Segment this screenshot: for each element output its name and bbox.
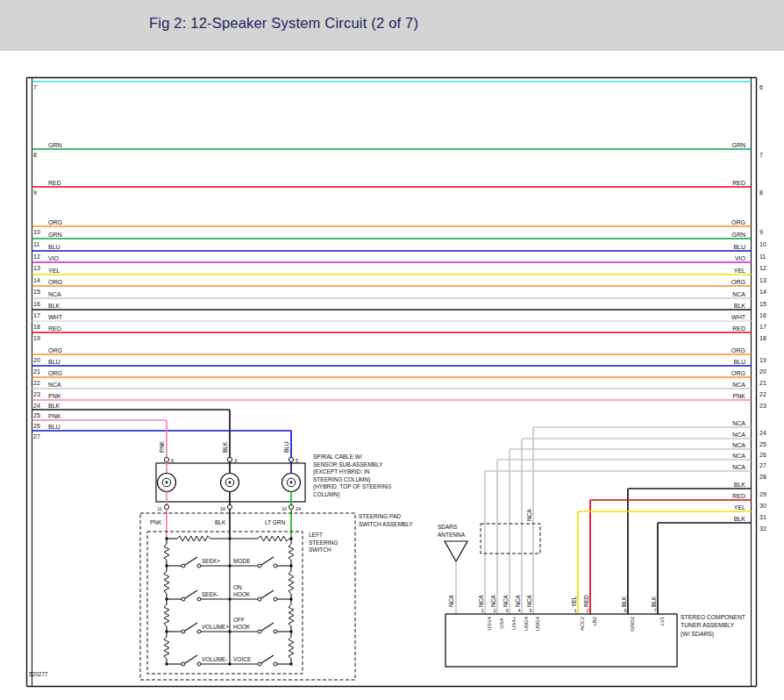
wire-color-label: ORG <box>731 219 745 225</box>
vertical-wire-label: YEL <box>571 596 577 607</box>
connector-pin <box>274 630 277 633</box>
connector-pin <box>289 504 293 509</box>
pin-number: 24 <box>33 403 40 409</box>
spiral-cable-label: STEERING COLUMN) <box>313 476 370 483</box>
tuner-pin-number: 2 <box>493 608 495 613</box>
pin-number: 28 <box>759 474 766 480</box>
spiral-cable-label: (EXCEPT HYBRID: IN <box>313 468 370 475</box>
pin-number: 18 <box>33 324 40 330</box>
spiral-coil-icon <box>229 482 232 484</box>
pin-number: 7 <box>33 84 37 90</box>
switch-label-left: VOLUME+ <box>202 624 229 630</box>
spiral-cable-label: SENSOR SUB-ASSEMBLY <box>313 461 383 468</box>
tuner-pin-label: US4+ <box>511 617 517 631</box>
wire-color-label: NCA <box>732 442 745 448</box>
spiral-top-pin-number: 3 <box>234 458 237 463</box>
wire-color-label: NCA <box>48 291 61 297</box>
pin-number: 20 <box>759 368 766 375</box>
tuner-pin-label: US4- <box>499 617 504 629</box>
wire-color-label: ORG <box>731 370 745 376</box>
junction-dot <box>289 630 292 632</box>
resistor <box>258 536 289 541</box>
pin-number: 20 <box>33 357 40 363</box>
pin-number: 27 <box>33 433 40 439</box>
junction-dot <box>289 564 292 567</box>
junction-dot <box>165 597 167 600</box>
junction-dot <box>228 564 231 567</box>
resistor <box>164 604 169 626</box>
pin-number: 19 <box>759 357 766 363</box>
pin-number: 21 <box>759 380 766 386</box>
tuner-pin-number: 5 <box>529 608 531 613</box>
junction-dot <box>165 564 167 567</box>
junction-dot <box>228 662 231 665</box>
connector-pin <box>227 457 232 461</box>
pin-number: 11 <box>33 241 39 247</box>
tuner-pin-label: USV4 <box>487 616 492 630</box>
wire-color-label: GRN <box>48 142 62 148</box>
pin-number: 14 <box>33 277 40 283</box>
pin-number: 22 <box>33 380 40 386</box>
vertical-wire-label: NCA <box>490 595 496 607</box>
connector-pin <box>164 504 168 509</box>
wire-color-label: WHT <box>48 314 63 320</box>
switch-wire-label: PNK <box>150 519 162 525</box>
pin-number: 12 <box>33 254 40 260</box>
resistor <box>164 544 169 561</box>
tuner-box <box>445 614 677 667</box>
connector-pin <box>289 457 293 461</box>
wire-color-label: PNK <box>48 413 61 419</box>
connector-pin <box>258 662 261 666</box>
resistor <box>164 571 169 594</box>
vertical-wire-label: BLU <box>283 441 289 453</box>
pin-number: 23 <box>759 403 766 409</box>
wire-color-label: ORG <box>48 347 62 354</box>
doc-number: 520277 <box>29 671 48 677</box>
connector-pin <box>197 662 201 666</box>
junction-dot <box>228 597 231 600</box>
vertical-wire-label: BLK <box>651 596 657 607</box>
resistor <box>289 544 294 561</box>
vertical-wire-label: NCA <box>515 595 521 607</box>
pin-number: 12 <box>759 265 766 271</box>
connector-pin <box>182 630 185 633</box>
page: Fig 2: 12-Speaker System Circuit (2 of 7… <box>0 0 784 700</box>
wire-color-label: ORG <box>48 370 62 376</box>
wire-color-label: PNK <box>733 393 746 399</box>
resistor <box>289 604 294 626</box>
switch-label-right: VOICE <box>233 656 252 662</box>
wire-color-label: NCA <box>732 291 745 297</box>
wire-color-label: BLU <box>48 244 61 250</box>
pin-number: 25 <box>33 412 40 418</box>
connector-pin <box>227 504 232 509</box>
pin-number: 26 <box>759 452 766 458</box>
switch-armature <box>185 557 197 565</box>
tuner-pin-label: USG4 <box>535 616 540 631</box>
spiral-top-pin-number: 5 <box>296 458 298 463</box>
resistor <box>289 637 294 659</box>
tuner-pin-number: 7 <box>653 608 656 613</box>
vertical-wire-label: NCA <box>526 509 532 521</box>
spiral-bottom-pin-number: 24 <box>296 506 301 511</box>
wire-color-label: NCA <box>732 453 745 459</box>
wire-color-label: VIO <box>48 255 60 261</box>
wire-color-label: RED <box>732 493 745 499</box>
connector-pin <box>258 630 261 633</box>
vertical-wire-label: NCA <box>478 595 484 607</box>
switch-label-left: VOLUME- <box>202 656 228 662</box>
connector-pin <box>197 597 201 601</box>
switch-label-left: SEEK+ <box>202 558 220 564</box>
tuner-label: STEREO COMPONENT <box>681 614 745 620</box>
wire-color-label: GRN <box>48 232 62 238</box>
connector-pin <box>182 597 185 601</box>
spiral-top-pin-number: 6 <box>171 458 174 463</box>
pin-number: 9 <box>33 189 37 196</box>
wire-color-label: BLK <box>734 516 746 522</box>
wire-color-label: NCA <box>732 464 745 470</box>
wire-color-label: BLK <box>734 482 746 488</box>
wire-color-label: ORG <box>731 347 745 354</box>
spiral-cable-label: SPIRAL CABLE W/ <box>313 454 362 460</box>
pin-number: 13 <box>759 277 766 283</box>
pin-number: 25 <box>759 441 766 447</box>
wire-color-label: NCA <box>732 420 745 426</box>
